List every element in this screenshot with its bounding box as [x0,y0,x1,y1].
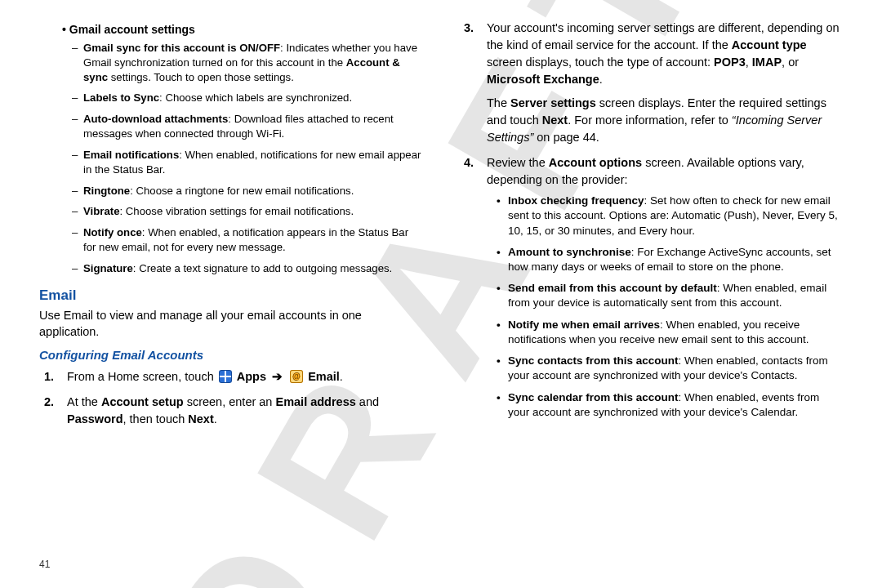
list-item: Gmail sync for this account is ON/OFF: I… [83,41,423,84]
item-lead: Send email from this account by default [508,282,717,294]
list-item: Sync calendar from this account: When en… [508,390,843,420]
subheading-configuring: Configuring Email Accounts [39,348,423,362]
step-text: . For more information, refer to [568,114,732,127]
step-number: 1. [44,368,54,385]
item-text2: settings. Touch to open those settings. [108,71,294,83]
item-text: : Create a text signature to add to outg… [133,262,392,274]
step-text: screen displays, touch the type of accou… [487,56,714,69]
item-lead: Labels to Sync [83,91,159,104]
item-lead: Amount to synchronise [508,246,631,258]
list-item: Auto-download attachments: Download file… [83,112,423,141]
step-end: . [340,370,343,383]
steps-list-right: 3. Your account's incoming server settin… [459,20,843,420]
step-bold: IMAP [752,56,782,69]
step-text: , [746,56,752,69]
gmail-settings-heading: Gmail account settings [62,23,423,36]
step-text: screen, enter an [184,395,276,408]
item-lead: Notify once [83,226,142,238]
item-lead: Notify me when email arrives [508,318,660,331]
step-text: At the [67,395,101,408]
step-text: on page 44. [533,131,599,144]
list-item: Labels to Sync: Choose which labels are … [83,91,423,105]
item-lead: Gmail sync for this account is ON/OFF [83,42,280,54]
item-lead: Inbox checking frequency [508,194,644,207]
step-bold: Email address [275,395,355,408]
list-item: Ringtone: Choose a ringtone for new emai… [83,184,423,198]
page-content: Gmail account settings Gmail sync for th… [0,0,882,588]
apps-label: Apps [237,370,266,383]
item-text: : Choose a ringtone for new email notifi… [130,185,354,197]
step-text: , then touch [123,412,189,425]
email-label: Email [308,370,340,383]
step-bold: Account type [732,38,807,51]
step-3: 3. Your account's incoming server settin… [487,20,843,146]
item-text: : Choose which labels are synchronized. [159,91,352,104]
section-body: Use Email to view and manage all your em… [39,307,423,341]
step-bold: Microsoft Exchange [487,73,599,86]
step-bold: Account options [549,156,642,169]
list-item: Send email from this account by default:… [508,281,843,310]
item-lead: Auto-download attachments [83,113,228,125]
list-item: Notify once: When enabled, a notificatio… [83,225,423,255]
step-text: and [356,395,379,408]
step-2: 2. At the Account setup screen, enter an… [67,394,423,428]
item-lead: Email notifications [83,149,179,161]
item-lead: Sync contacts from this account [508,354,679,367]
step-1: 1. From a Home screen, touch Apps ➔ Emai… [67,368,423,385]
step-end: . [599,73,603,86]
step-number: 4. [464,154,474,172]
item-lead: Ringtone [83,185,130,197]
list-item: Notify me when email arrives: When enabl… [508,318,843,347]
item-lead: Vibrate [83,205,119,217]
list-item: Amount to synchronise: For Exchange Acti… [508,245,843,274]
list-item: Signature: Create a text signature to ad… [83,261,423,276]
list-item: Vibrate: Choose vibration settings for e… [83,204,423,219]
list-item: Sync contacts from this account: When en… [508,354,843,383]
account-options-list: Inbox checking frequency: Set how often … [487,194,843,420]
step-4: 4. Review the Account options screen. Av… [487,154,843,420]
left-column: Gmail account settings Gmail sync for th… [39,20,441,580]
item-text: : Choose vibration settings for email no… [119,205,354,217]
step-text: From a Home screen, touch [67,370,217,383]
step-text: Review the [487,156,549,169]
step-number: 2. [44,394,54,411]
item-lead: Sync calendar from this account [508,391,679,403]
apps-icon [219,370,232,383]
steps-list-left: 1. From a Home screen, touch Apps ➔ Emai… [39,368,423,428]
step-bold: Account setup [101,395,184,408]
step-bold: Password [67,412,123,425]
arrow-icon: ➔ [272,370,283,383]
step-bold: Server settings [510,96,596,109]
section-title-email: Email [39,287,423,304]
step-number: 3. [464,20,474,37]
step-bold: POP3 [714,56,746,69]
step-bold: Next [542,114,568,127]
step-text: The [487,96,510,109]
step-end: . [214,412,217,425]
email-icon [290,370,303,383]
item-lead: Signature [83,262,133,274]
step-text: , or [782,56,799,69]
gmail-settings-list: Gmail sync for this account is ON/OFF: I… [39,41,423,276]
right-column: 3. Your account's incoming server settin… [441,20,843,580]
list-item: Inbox checking frequency: Set how often … [508,194,843,238]
list-item: Email notifications: When enabled, notif… [83,148,423,177]
step-bold: Next [188,412,213,425]
